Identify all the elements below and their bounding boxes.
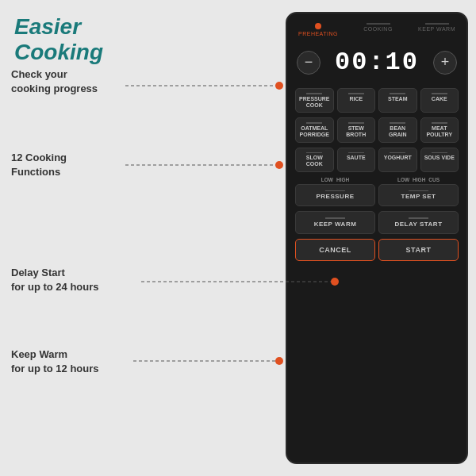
pressure-labels: LOW HIGH: [295, 177, 375, 182]
feature-keepwarm-line2: for up to 12 hours: [11, 362, 99, 376]
yoghurt-line: [390, 152, 405, 154]
main-title: Easier Cooking: [14, 14, 175, 65]
cancel-button[interactable]: CANCEL: [295, 239, 375, 261]
device: PREHEATING COOKING KEEP WARM − 00:10 +: [286, 12, 468, 464]
feature-progress-line1: Check your: [11, 67, 98, 82]
feature-keepwarm-line1: Keep Warm: [11, 347, 99, 362]
cake-line: [432, 93, 447, 94]
steam-button[interactable]: STEAM: [378, 88, 417, 113]
slow-cook-line: [306, 152, 322, 154]
keepwarm-delay-row: KEEP WARM DELAY START: [295, 211, 459, 234]
status-keepwarm: KEEP WARM: [418, 23, 455, 36]
status-preheating: PREHEATING: [298, 23, 338, 36]
minus-button[interactable]: −: [297, 51, 321, 75]
feature-progress: Check your cooking progress: [11, 67, 98, 95]
status-cooking: COOKING: [363, 23, 393, 36]
start-button[interactable]: START: [378, 239, 459, 261]
keep-warm-button[interactable]: KEEP WARM: [295, 211, 375, 234]
sousvide-button[interactable]: SOUS VIDE: [420, 148, 459, 172]
pressure-cook-line: [306, 93, 322, 94]
feature-progress-line2: cooking progress: [11, 82, 98, 96]
keepwarm-btn-line: [325, 217, 345, 219]
pressure-cook-button[interactable]: PRESSURECOOK: [295, 88, 334, 113]
oatmeal-button[interactable]: OATMEALPORRIDGE: [295, 117, 334, 142]
cooking-line: [367, 23, 390, 25]
bean-line: [390, 122, 405, 124]
pressure-btn-line: [325, 190, 345, 192]
delay-btn-line: [409, 217, 428, 219]
left-panel: Easier Cooking Check your cooking progre…: [0, 0, 182, 476]
feature-delay: Delay Start for up to 24 hours: [11, 266, 99, 294]
feature-delay-line1: Delay Start: [11, 266, 99, 280]
steam-line: [390, 93, 405, 94]
feature-keepwarm: Keep Warm for up to 12 hours: [11, 347, 99, 375]
meat-button[interactable]: MEATPOULTRY: [420, 117, 459, 142]
page: Easier Cooking Check your cooking progre…: [0, 0, 476, 476]
feature-delay-line2: for up to 24 hours: [11, 280, 99, 294]
function-buttons-row3: SLOWCOOK SAUTE YOGHURT SOUS VIDE: [295, 148, 459, 172]
status-bar: PREHEATING COOKING KEEP WARM: [295, 23, 459, 36]
temp-set-button[interactable]: TEMP SET: [378, 184, 459, 207]
preheating-dot: [315, 23, 321, 29]
plus-button[interactable]: +: [433, 51, 457, 75]
feature-functions-line1: 12 Cooking: [11, 151, 67, 165]
action-row: CANCEL START: [295, 239, 459, 261]
tempset-wrap: LOW HIGH CUS TEMP SET: [378, 177, 459, 207]
saute-button[interactable]: SAUTE: [337, 148, 376, 172]
function-buttons-row1: PRESSURECOOK RICE STEAM CAKE: [295, 88, 459, 113]
right-panel: PREHEATING COOKING KEEP WARM − 00:10 +: [182, 0, 476, 476]
pressure-wrap: LOW HIGH PRESSURE: [295, 177, 375, 207]
stew-button[interactable]: STEWBROTH: [337, 117, 376, 142]
rice-button[interactable]: RICE: [337, 88, 376, 113]
tempset-btn-line: [409, 190, 428, 192]
saute-line: [348, 152, 364, 154]
feature-functions: 12 Cooking Functions: [11, 151, 67, 178]
sousvide-line: [432, 152, 447, 154]
keepwarm-line: [425, 23, 449, 25]
tempset-labels: LOW HIGH CUS: [378, 177, 459, 182]
feature-functions-line2: Functions: [11, 165, 67, 179]
slow-cook-button[interactable]: SLOWCOOK: [295, 148, 334, 172]
timer-display: 00:10: [324, 44, 430, 80]
yoghurt-button[interactable]: YOGHURT: [378, 148, 417, 172]
delay-start-button[interactable]: DELAY START: [378, 211, 459, 234]
oatmeal-line: [306, 122, 322, 124]
pressure-temp-row: LOW HIGH PRESSURE LOW HIGH CUS: [295, 177, 459, 207]
timer-row: − 00:10 +: [295, 41, 459, 83]
pressure-button[interactable]: PRESSURE: [295, 184, 375, 207]
bean-button[interactable]: BEANGRAIN: [378, 117, 417, 142]
meat-line: [432, 122, 447, 124]
cake-button[interactable]: CAKE: [420, 88, 459, 113]
stew-line: [348, 122, 364, 124]
function-buttons-row2: OATMEALPORRIDGE STEWBROTH BEANGRAIN MEAT…: [295, 117, 459, 142]
rice-line: [348, 93, 364, 94]
